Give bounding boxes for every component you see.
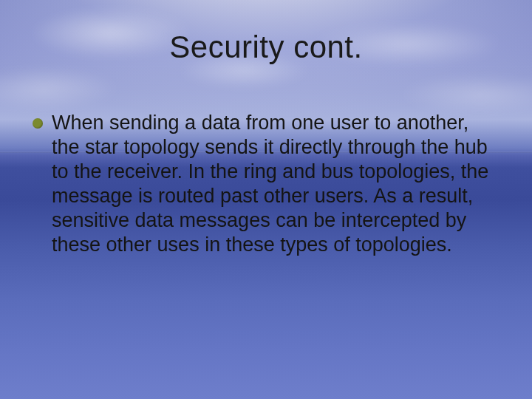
bullet-text: When sending a data from one user to ano… <box>52 111 492 257</box>
slide: Security cont. When sending a data from … <box>0 0 532 399</box>
slide-body: When sending a data from one user to ano… <box>33 111 492 257</box>
decoration-cloud <box>0 66 118 111</box>
bullet-icon <box>33 118 43 129</box>
slide-title: Security cont. <box>0 30 532 65</box>
decoration-cloud <box>399 74 532 115</box>
bullet-item: When sending a data from one user to ano… <box>33 111 492 257</box>
